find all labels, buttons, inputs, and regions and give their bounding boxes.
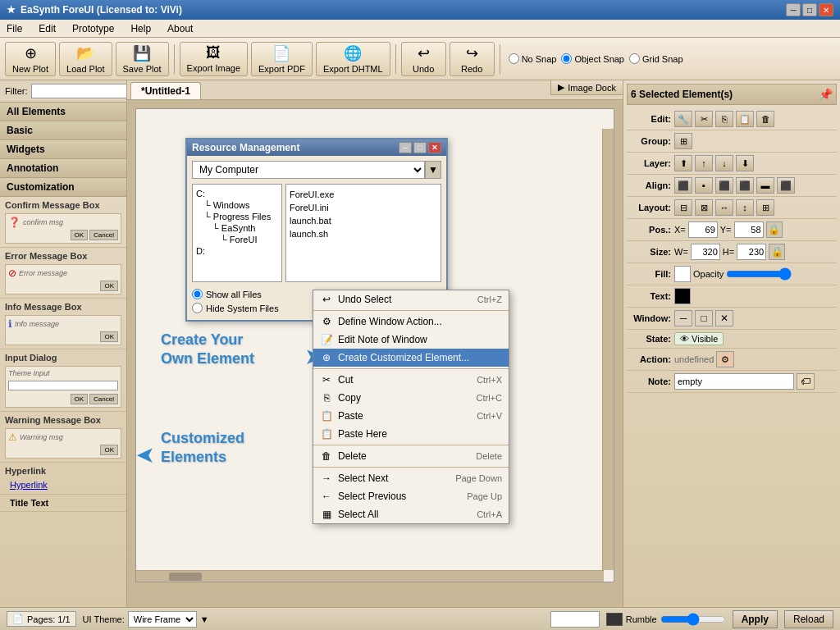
sidebar-category-widgets[interactable]: Widgets	[0, 140, 126, 159]
file-foreui-ini[interactable]: ForeUI.ini	[290, 201, 437, 214]
show-all-files-radio[interactable]	[192, 289, 203, 299]
close-button[interactable]: ✕	[819, 3, 833, 16]
fill-color-swatch[interactable]	[674, 266, 691, 282]
layer-to-bottom-btn[interactable]: ⬇	[736, 155, 754, 171]
grid-snap-radio[interactable]	[629, 53, 640, 64]
object-snap-radio[interactable]	[561, 53, 572, 64]
align-left-btn[interactable]: ⬛	[674, 177, 692, 194]
canvas-h-scrollbar[interactable]	[136, 570, 604, 582]
menu-about[interactable]: About	[164, 21, 196, 36]
sidebar-category-annotation[interactable]: Annotation	[0, 159, 126, 178]
sidebar-category-customization[interactable]: Customization	[0, 178, 126, 197]
ctx-cut[interactable]: ✂ Cut Ctrl+X	[313, 371, 509, 389]
layout-same-w-btn[interactable]: ↔	[715, 199, 733, 216]
reload-button[interactable]: Reload	[784, 610, 833, 628]
rumble-slider[interactable]	[660, 613, 726, 626]
layout-dist-h-btn[interactable]: ⊟	[674, 199, 692, 216]
extra-input[interactable]	[550, 611, 600, 628]
hyperlink-preview[interactable]: Hyperlink	[5, 477, 121, 492]
pos-y-input[interactable]	[734, 221, 764, 238]
file-launch-sh[interactable]: launch.sh	[290, 227, 437, 240]
sidebar-item-title-text[interactable]: Title Text	[0, 495, 126, 512]
sidebar-item-input-dialog[interactable]: Input Dialog Theme Input OK Cancel	[0, 349, 126, 412]
h-scroll-thumb[interactable]	[169, 573, 202, 581]
file-foreui-exe[interactable]: ForeUI.exe	[290, 188, 437, 201]
menu-file[interactable]: File	[3, 21, 25, 36]
align-bottom-btn[interactable]: ⬛	[777, 177, 795, 194]
warning-ok-btn[interactable]: OK	[100, 445, 118, 455]
ctx-select-all[interactable]: ▦ Select All Ctrl+A	[313, 505, 509, 523]
ctx-copy[interactable]: ⎘ Copy Ctrl+C	[313, 389, 509, 407]
sidebar-item-error-message-box[interactable]: Error Message Box ⊘ Error message OK	[0, 248, 126, 299]
tree-item-d[interactable]: D:	[196, 245, 278, 257]
pos-lock-btn[interactable]: 🔒	[766, 221, 783, 238]
resource-minimize-btn[interactable]: ─	[399, 142, 412, 153]
layer-down-btn[interactable]: ↓	[715, 155, 733, 171]
minimize-button[interactable]: ─	[786, 3, 801, 16]
text-color-swatch[interactable]	[674, 288, 691, 304]
sidebar-item-info-message-box[interactable]: Info Message Box ℹ Info message OK	[0, 299, 126, 349]
menu-help[interactable]: Help	[127, 21, 154, 36]
object-snap-option[interactable]: Object Snap	[561, 53, 624, 64]
align-right-btn[interactable]: ⬛	[715, 177, 733, 194]
size-w-input[interactable]	[691, 244, 720, 260]
size-lock-btn[interactable]: 🔒	[769, 244, 785, 260]
menu-edit[interactable]: Edit	[35, 21, 59, 36]
image-dock-bar[interactable]: ▶ Image Dock	[550, 80, 623, 95]
edit-copy-btn[interactable]: ⎘	[715, 111, 733, 127]
canvas[interactable]: Resource Management ─ □ ✕ My Computer ▼	[135, 108, 614, 582]
layout-same-size-btn[interactable]: ⊞	[756, 199, 774, 216]
sidebar-item-hyperlink[interactable]: Hyperlink Hyperlink	[0, 463, 126, 495]
export-dhtml-button[interactable]: 🌐 Export DHTML	[316, 42, 390, 76]
sidebar-item-confirm-message-box[interactable]: Confirm Message Box ❓ confirm msg OK Can…	[0, 197, 126, 248]
layout-same-h-btn[interactable]: ↕	[736, 199, 754, 216]
canvas-v-scrollbar[interactable]	[602, 129, 614, 570]
align-middle-btn[interactable]: ▬	[756, 177, 774, 194]
window-minimize-btn[interactable]: ─	[674, 310, 692, 326]
edit-paste-btn[interactable]: 📋	[736, 111, 754, 127]
no-snap-radio[interactable]	[509, 53, 519, 64]
export-image-button[interactable]: 🖼 Export Image	[180, 42, 248, 76]
size-h-input[interactable]	[737, 244, 766, 260]
error-ok-btn[interactable]: OK	[100, 281, 118, 291]
no-snap-option[interactable]: No Snap	[509, 53, 557, 64]
undo-button[interactable]: ↩ Undo	[401, 42, 446, 76]
sidebar-item-warning-message-box[interactable]: Warning Message Box ⚠ Warning msg OK	[0, 412, 126, 463]
window-close-btn[interactable]: ✕	[715, 310, 733, 326]
export-pdf-button[interactable]: 📄 Export PDF	[251, 42, 313, 76]
maximize-button[interactable]: □	[802, 3, 817, 16]
redo-button[interactable]: ↪ Redo	[450, 42, 495, 76]
opacity-slider[interactable]	[726, 268, 792, 280]
layout-dist-v-btn[interactable]: ⊠	[695, 199, 713, 216]
info-ok-btn[interactable]: OK	[100, 331, 118, 342]
ctx-undo-select[interactable]: ↩ Undo Select Ctrl+Z	[313, 290, 509, 308]
new-plot-button[interactable]: ⊕ New Plot	[5, 42, 56, 76]
ctx-select-previous[interactable]: ← Select Previous Page Up	[313, 487, 509, 505]
grid-snap-option[interactable]: Grid Snap	[629, 53, 683, 64]
layer-to-top-btn[interactable]: ⬆	[674, 155, 692, 171]
ctx-select-next[interactable]: → Select Next Page Down	[313, 469, 509, 487]
file-launch-bat[interactable]: launch.bat	[290, 214, 437, 227]
load-plot-button[interactable]: 📂 Load Plot	[59, 42, 112, 76]
save-plot-button[interactable]: 💾 Save Plot	[116, 42, 169, 76]
window-maximize-btn[interactable]: □	[695, 310, 713, 326]
edit-delete-btn[interactable]: 🗑	[756, 111, 774, 127]
edit-cut-btn[interactable]: ✂	[695, 111, 713, 127]
resource-close-btn[interactable]: ✕	[428, 142, 441, 153]
filter-input[interactable]	[31, 84, 128, 98]
ctx-define-window-action[interactable]: ⚙ Define Window Action...	[313, 313, 509, 331]
menu-prototype[interactable]: Prototype	[69, 21, 117, 36]
note-input[interactable]	[674, 373, 794, 390]
align-top-btn[interactable]: ⬛	[736, 177, 754, 194]
ctx-paste-here[interactable]: 📋 Paste Here	[313, 425, 509, 443]
ctx-paste[interactable]: 📋 Paste Ctrl+V	[313, 407, 509, 425]
sidebar-category-basic[interactable]: Basic	[0, 121, 126, 140]
tab-untitled-1[interactable]: *Untitled-1	[130, 82, 201, 99]
tree-item-c[interactable]: C:	[196, 188, 278, 199]
sidebar-category-all[interactable]: All Elements	[0, 103, 126, 121]
input-ok-btn[interactable]: OK	[71, 394, 89, 404]
align-center-btn[interactable]: ▪	[695, 177, 713, 194]
tree-item-progress[interactable]: └ Progress Files	[196, 211, 278, 222]
group-btn[interactable]: ⊞	[674, 133, 692, 149]
location-select[interactable]: My Computer	[192, 161, 425, 179]
